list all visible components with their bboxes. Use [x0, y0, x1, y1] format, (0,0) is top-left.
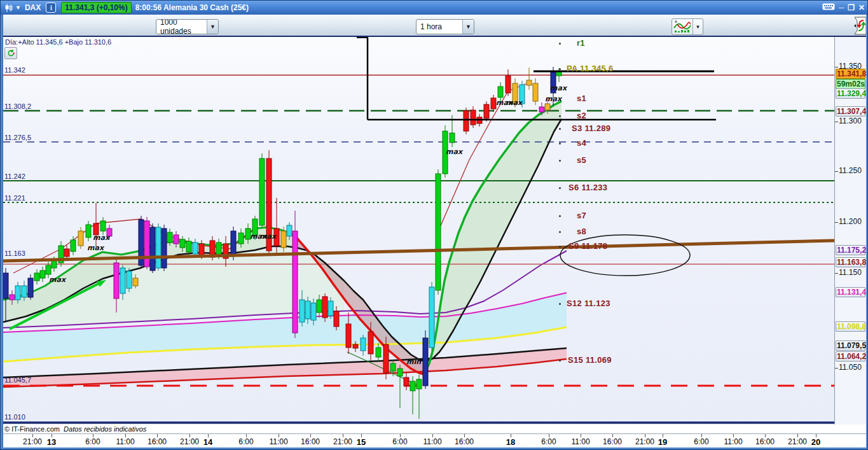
maximize-button[interactable]: ❐ [848, 1, 855, 15]
candle-body [86, 225, 91, 237]
candle-body [186, 241, 191, 252]
candle-body [199, 244, 204, 255]
candle-body [64, 249, 69, 257]
info-icon[interactable]: i [46, 3, 56, 13]
candle-body [100, 221, 106, 231]
min-annotation: min [406, 358, 422, 366]
close-button[interactable]: ✕ [858, 1, 865, 15]
axis-time-label: 11:00 [571, 437, 589, 446]
indicator-value-label: 11.175,2 [836, 245, 865, 255]
axis-time-label: 21:00 [788, 437, 807, 446]
indicator-value-label: 11.098,8 [836, 321, 865, 332]
candle-body [423, 338, 428, 386]
instrument-name: DAX [25, 3, 41, 12]
axis-day-label: 15 [357, 437, 366, 447]
chart-canvas[interactable]: maxmaxmaxmaxmaxmaxmaxmaxmaxmaxmin [3, 37, 834, 425]
candle-body [311, 303, 316, 320]
chevron-down-icon[interactable]: ▼ [462, 20, 474, 34]
candle-body [410, 381, 415, 391]
candle-body [305, 301, 310, 319]
candle-body [353, 344, 358, 348]
candle-body [527, 80, 532, 85]
keyboard-icon[interactable] [822, 3, 835, 13]
candle-body [390, 363, 396, 371]
candle-body [15, 286, 20, 300]
candle-body [120, 268, 125, 293]
candle-body [127, 271, 132, 288]
indicator-value-label: 11.307,4 [836, 106, 865, 116]
indicator-chart-icon [672, 20, 692, 33]
candle-body [46, 265, 51, 274]
axis-time-label: 11:00 [724, 437, 742, 446]
units-dropdown[interactable]: 1000 unidades ▼ [156, 19, 219, 34]
timeframe-dropdown-value: 1 hora [417, 22, 462, 31]
axis-time-label: 6:00 [541, 437, 556, 446]
axis-time-label: 21:00 [23, 437, 42, 446]
candle-body [417, 379, 422, 389]
candle-body [216, 243, 221, 255]
candlestick-icon[interactable] [4, 4, 13, 12]
scale-tick [835, 67, 838, 67]
indicator-value-label: 11.064,2 [836, 351, 865, 362]
axis-time-label: 16:00 [603, 437, 622, 446]
scale-label: 11.150 [839, 268, 862, 277]
candle-body [133, 278, 138, 286]
scale-label: 11.250 [839, 166, 862, 175]
candle-body [397, 369, 403, 376]
max-annotation: max [93, 234, 111, 242]
candle-body [506, 76, 511, 93]
max-annotation: max [259, 232, 277, 241]
window-bottom-border [1, 447, 867, 450]
session-info: 8:00:56 Alemania 30 Cash (25€) [135, 3, 249, 12]
scale-tick [835, 368, 838, 369]
candle-body [193, 243, 198, 254]
order-panel-icon[interactable] [853, 17, 867, 38]
candle-body [287, 225, 292, 236]
candle-body [156, 227, 161, 268]
candle-body [300, 300, 305, 322]
candle-body [491, 98, 496, 109]
candle-body [484, 104, 489, 118]
candle-body [162, 229, 167, 268]
candle-body [238, 233, 244, 244]
price-scale[interactable]: 11.35011.341,859m02s11.329,411.307,411.3… [834, 37, 866, 434]
candle-body [281, 231, 286, 248]
minimize-button[interactable]: ─ [839, 1, 844, 15]
candle-body [545, 104, 550, 110]
chevron-down-icon[interactable]: ▼ [692, 19, 703, 34]
candle-body [167, 232, 172, 243]
timeframe-dropdown[interactable]: 1 hora ▼ [416, 19, 474, 34]
axis-day-label: 14 [203, 437, 212, 447]
axis-time-label: 11:00 [116, 437, 134, 446]
axis-day-label: 19 [658, 437, 667, 447]
candle-body [429, 287, 434, 348]
max-annotation: max [550, 84, 568, 92]
scale-tick [835, 222, 838, 223]
chevron-down-icon[interactable]: ▼ [207, 20, 218, 34]
axis-day-label: 20 [811, 437, 820, 447]
price-badge: 11.341,3 (+0,10%) [61, 2, 131, 13]
candle-body [471, 110, 476, 125]
axis-time-label: 11:00 [269, 437, 287, 446]
drawn-ellipse[interactable] [560, 235, 690, 276]
candle-body [34, 273, 39, 281]
candle-body [368, 332, 373, 354]
brown-trendline[interactable] [3, 241, 834, 261]
axis-time-label: 16:00 [301, 437, 320, 446]
axis-time-label: 16:00 [455, 437, 474, 446]
candle-body [361, 338, 366, 351]
axis-time-label: 11:00 [423, 437, 441, 446]
axis-time-label: 6:00 [392, 437, 407, 446]
chevron-down-icon[interactable]: ▼ [15, 4, 21, 11]
chart-pane[interactable]: maxmaxmaxmaxmaxmaxmaxmaxmaxmaxmin [3, 37, 834, 425]
scale-tick [835, 273, 838, 274]
candle-body [328, 301, 333, 316]
axis-day-label: 13 [47, 437, 56, 447]
time-axis[interactable]: 21:00136:0011:0016:0021:00146:0011:0016:… [1, 434, 866, 447]
candle-body [334, 311, 339, 327]
candle-countdown: 59m02s [836, 79, 865, 89]
copyright-bar: © IT-Finance.com Datos recibidos indicat… [1, 425, 866, 434]
add-indicator-button[interactable]: ▼ [672, 18, 703, 35]
indicator-value-label: 11.079,5 [836, 341, 865, 351]
candle-body [436, 174, 441, 290]
